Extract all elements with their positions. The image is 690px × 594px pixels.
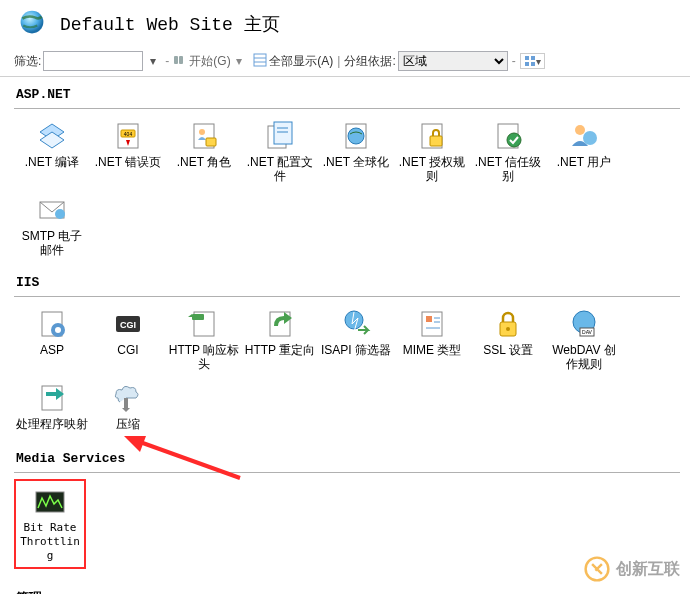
- svg-point-26: [575, 125, 585, 135]
- svg-point-0: [21, 11, 44, 34]
- show-all-icon: [253, 53, 267, 70]
- svg-rect-47: [124, 398, 128, 408]
- isapi-icon: [339, 307, 373, 341]
- separator: -: [512, 54, 516, 68]
- svg-rect-39: [422, 312, 442, 336]
- separator: [14, 108, 680, 109]
- svg-point-25: [507, 133, 521, 147]
- svg-rect-9: [531, 62, 535, 66]
- svg-rect-36: [192, 314, 204, 320]
- filter-dropdown-icon[interactable]: ▾: [145, 54, 161, 68]
- section-title-mgmt: 管理: [14, 585, 680, 594]
- svg-point-42: [506, 327, 510, 331]
- item-bit-rate-throttling[interactable]: Bit Rate Throttling: [14, 479, 86, 569]
- item-net-compilation[interactable]: .NET 编译: [14, 115, 90, 189]
- start-icon: [173, 53, 187, 70]
- svg-point-29: [55, 209, 65, 219]
- item-webdav[interactable]: DAVWebDAV 创作规则: [546, 303, 622, 377]
- svg-rect-40: [426, 316, 432, 322]
- svg-rect-23: [430, 136, 442, 146]
- error-page-icon: 404: [111, 119, 145, 153]
- svg-point-27: [583, 131, 597, 145]
- redirect-icon: [263, 307, 297, 341]
- svg-rect-15: [206, 138, 216, 146]
- section-title-media: Media Services: [14, 447, 680, 470]
- authorization-icon: [415, 119, 449, 153]
- bitrate-icon: [33, 485, 67, 519]
- page-header: Default Web Site 主页: [0, 0, 690, 49]
- start-button[interactable]: 开始(G): [189, 53, 230, 70]
- item-handler-mappings[interactable]: 处理程序映射: [14, 377, 90, 437]
- svg-text:CGI: CGI: [120, 320, 136, 330]
- aspnet-grid: .NET 编译 404.NET 错误页 .NET 角色 .NET 配置文件 .N…: [14, 115, 680, 263]
- ssl-icon: [491, 307, 525, 341]
- item-asp[interactable]: ASP: [14, 303, 90, 377]
- filter-label: 筛选:: [14, 53, 41, 70]
- separator: -: [165, 54, 169, 68]
- email-icon: [35, 193, 69, 227]
- filter-toolbar: 筛选: ▾ - 开始(G) ▾ 全部显示(A) | 分组依据: 区域 - ▾: [0, 49, 690, 77]
- watermark: 创新互联: [584, 556, 680, 582]
- cgi-icon: CGI: [111, 307, 145, 341]
- iis-grid: ASP CGICGI HTTP 响应标头 HTTP 重定向 ISAPI 筛选器 …: [14, 303, 680, 437]
- svg-rect-6: [525, 56, 529, 60]
- group-by-label: 分组依据:: [344, 53, 395, 70]
- headers-icon: [187, 307, 221, 341]
- item-net-trust[interactable]: .NET 信任级别: [470, 115, 546, 189]
- roles-icon: [187, 119, 221, 153]
- start-dropdown[interactable]: ▾: [233, 54, 242, 68]
- group-by-select[interactable]: 区域: [398, 51, 508, 71]
- asp-icon: [35, 307, 69, 341]
- svg-text:DAV: DAV: [582, 329, 593, 335]
- item-isapi-filters[interactable]: ISAPI 筛选器: [318, 303, 394, 377]
- users-icon: [567, 119, 601, 153]
- svg-rect-17: [274, 122, 292, 144]
- svg-point-21: [348, 128, 364, 144]
- separator: |: [337, 54, 340, 68]
- svg-text:404: 404: [124, 131, 133, 137]
- svg-line-55: [140, 442, 240, 478]
- item-net-globalization[interactable]: .NET 全球化: [318, 115, 394, 189]
- item-net-authorization[interactable]: .NET 授权规则: [394, 115, 470, 189]
- item-net-roles[interactable]: .NET 角色: [166, 115, 242, 189]
- webdav-icon: DAV: [567, 307, 601, 341]
- globalization-icon: [339, 119, 373, 153]
- media-grid: Bit Rate Throttling: [14, 479, 680, 569]
- item-http-redirect[interactable]: HTTP 重定向: [242, 303, 318, 377]
- handler-icon: [35, 381, 69, 415]
- svg-rect-8: [525, 62, 529, 66]
- annotation-arrow: [120, 430, 250, 493]
- mime-icon: [415, 307, 449, 341]
- svg-rect-3: [254, 54, 266, 66]
- item-smtp-email[interactable]: SMTP 电子邮件: [14, 189, 90, 263]
- compilation-icon: [35, 119, 69, 153]
- svg-point-14: [199, 129, 205, 135]
- svg-rect-1: [174, 56, 178, 64]
- svg-rect-7: [531, 56, 535, 60]
- svg-marker-56: [124, 436, 146, 452]
- svg-point-32: [55, 327, 61, 333]
- item-mime-types[interactable]: MIME 类型: [394, 303, 470, 377]
- separator: [14, 472, 680, 473]
- section-title-aspnet: ASP.NET: [14, 83, 680, 106]
- section-title-iis: IIS: [14, 271, 680, 294]
- separator: [246, 54, 249, 68]
- item-net-error-pages[interactable]: 404.NET 错误页: [90, 115, 166, 189]
- trust-icon: [491, 119, 525, 153]
- view-mode-button[interactable]: ▾: [520, 53, 545, 69]
- profile-icon: [263, 119, 297, 153]
- separator: [14, 296, 680, 297]
- item-net-users[interactable]: .NET 用户: [546, 115, 622, 189]
- filter-input[interactable]: [43, 51, 143, 71]
- item-compression[interactable]: 压缩: [90, 377, 166, 437]
- item-cgi[interactable]: CGICGI: [90, 303, 166, 377]
- svg-rect-46: [42, 386, 62, 410]
- item-ssl-settings[interactable]: SSL 设置: [470, 303, 546, 377]
- page-title: Default Web Site 主页: [60, 12, 280, 36]
- item-http-response-headers[interactable]: HTTP 响应标头: [166, 303, 242, 377]
- site-globe-icon: [18, 8, 46, 39]
- compression-icon: [111, 381, 145, 415]
- svg-rect-2: [179, 56, 183, 64]
- show-all-button[interactable]: 全部显示(A): [269, 53, 333, 70]
- item-net-profile[interactable]: .NET 配置文件: [242, 115, 318, 189]
